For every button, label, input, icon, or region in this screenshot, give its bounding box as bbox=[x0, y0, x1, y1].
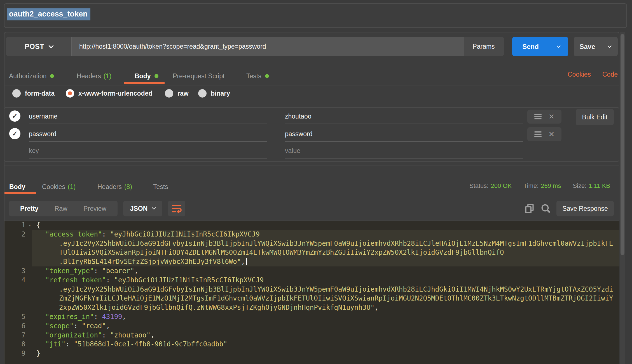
tab-label: Headers bbox=[97, 183, 122, 191]
radio-icon bbox=[12, 89, 21, 98]
row-checkbox[interactable]: ✓ bbox=[9, 128, 20, 139]
line-number: 6 bbox=[4, 322, 32, 331]
body-mode-raw[interactable]: raw bbox=[165, 88, 189, 98]
chevron-down-icon bbox=[152, 206, 156, 210]
view-mode-preview[interactable]: Preview bbox=[83, 205, 106, 212]
code-line: 9} bbox=[4, 349, 619, 358]
tab-label: Tests bbox=[153, 183, 168, 191]
code-line: 1▾{ bbox=[4, 221, 619, 230]
body-mode-form-data[interactable]: form-data bbox=[12, 88, 55, 98]
code-line: .eyJ1c2VyX25hbWUiOiJ6aG91dGFvbyIsInNjb3B… bbox=[4, 285, 619, 294]
copy-icon[interactable] bbox=[524, 203, 535, 214]
body-mode-label: x-www-form-urlencoded bbox=[78, 90, 153, 97]
request-tab-bar bbox=[4, 3, 627, 28]
line-number bbox=[4, 239, 32, 248]
drag-handle-icon[interactable] bbox=[534, 114, 542, 119]
tab-label: Headers bbox=[77, 72, 101, 80]
chevron-down-icon bbox=[557, 44, 561, 48]
view-mode-raw[interactable]: Raw bbox=[55, 205, 67, 212]
radio-icon bbox=[198, 89, 207, 98]
word-wrap-button[interactable] bbox=[168, 201, 185, 216]
save-label: Save bbox=[574, 37, 601, 56]
cookies-link[interactable]: Cookies bbox=[568, 71, 591, 78]
save-button[interactable]: Save bbox=[574, 37, 618, 56]
response-tab-body[interactable]: Body bbox=[9, 181, 25, 192]
params-button[interactable]: Params bbox=[463, 37, 504, 56]
line-number: 1▾ bbox=[4, 221, 32, 230]
response-meta: Status:200 OK Time:269 ms Size:1.11 KB bbox=[453, 182, 610, 190]
tab-label: Cookies bbox=[42, 183, 65, 191]
code-line: 4"refresh_token": "eyJhbGciOiJIUzI1NiIsI… bbox=[4, 276, 619, 285]
tab-pre-request-script[interactable]: Pre-request Script bbox=[173, 70, 224, 82]
code-line-content: ZmZjMGFkYmIiLCJleHAiOjE1MzQ1MjI2MTgsImF1… bbox=[32, 294, 619, 303]
tab-body[interactable]: Body bbox=[135, 70, 158, 82]
delete-row-icon[interactable]: ✕ bbox=[548, 113, 554, 120]
chevron-down-icon bbox=[48, 43, 53, 48]
bulk-edit-button[interactable]: Bulk Edit bbox=[576, 109, 614, 125]
tab-label: Tests bbox=[246, 72, 261, 80]
word-wrap-icon bbox=[171, 203, 182, 214]
line-number: 3 bbox=[4, 266, 32, 276]
body-mode-label: binary bbox=[211, 90, 230, 97]
line-number bbox=[4, 303, 32, 312]
send-button[interactable]: Send bbox=[512, 37, 568, 56]
save-options-dropdown[interactable] bbox=[601, 37, 618, 56]
chevron-down-icon bbox=[607, 44, 611, 48]
code-line-content: 2xpZW50X2lkIjoidGVzdF9jbGllbnQifQ.zNtWWG… bbox=[32, 303, 619, 312]
line-number bbox=[4, 257, 32, 266]
fold-arrow-icon[interactable]: ▾ bbox=[29, 221, 31, 230]
tab-authorization[interactable]: Authorization bbox=[9, 70, 54, 82]
row-checkbox[interactable]: ✓ bbox=[9, 110, 20, 122]
format-dropdown[interactable]: JSON bbox=[123, 201, 162, 216]
line-number: 5 bbox=[4, 312, 32, 322]
code-line-content: "scope": "read", bbox=[32, 322, 619, 331]
tab-label: Authorization bbox=[9, 72, 46, 80]
code-line-content: "access_token": "eyJhbGciOiJIUzI1NiIsInR… bbox=[32, 230, 619, 239]
code-line-content: "organization": "zhoutaoo", bbox=[32, 331, 619, 340]
code-line: 3"token_type": "bearer", bbox=[4, 266, 619, 276]
request-tab-title[interactable]: oauth2_access_token bbox=[7, 8, 90, 20]
radio-icon bbox=[165, 89, 173, 98]
value-field[interactable]: zhoutaoo bbox=[285, 113, 312, 120]
send-options-dropdown[interactable] bbox=[549, 37, 568, 56]
response-tab-cookies[interactable]: Cookies(1) bbox=[42, 181, 76, 192]
tab-headers[interactable]: Headers(1) bbox=[77, 70, 111, 82]
code-line-content: { bbox=[32, 221, 619, 230]
value-field-placeholder[interactable]: value bbox=[285, 147, 300, 155]
code-line: .eyJ1c2VyX25hbWUiOiJ6aG91dGFvbyIsInNjb3B… bbox=[4, 239, 619, 248]
code-line-content: .eyJ1c2VyX25hbWUiOiJ6aG91dGFvbyIsInNjb3B… bbox=[32, 239, 619, 248]
view-mode-pretty[interactable]: Pretty bbox=[20, 205, 38, 212]
tab-tests[interactable]: Tests bbox=[246, 70, 269, 82]
response-body-json[interactable]: 1▾{2"access_token": "eyJhbGciOiJIUzI1NiI… bbox=[4, 220, 619, 364]
search-icon[interactable] bbox=[540, 203, 551, 214]
url-input[interactable]: http://host1:8000/oauth/token?scope=read… bbox=[79, 37, 460, 56]
line-number bbox=[4, 294, 32, 303]
code-line-content: "expires_in": 43199, bbox=[32, 312, 619, 322]
active-response-tab-underline bbox=[4, 192, 36, 194]
method-dropdown[interactable]: POST bbox=[6, 37, 72, 56]
code-line: 2"access_token": "eyJhbGciOiJIUzI1NiIsIn… bbox=[4, 230, 619, 239]
drag-handle-icon[interactable] bbox=[534, 131, 542, 137]
body-mode-binary[interactable]: binary bbox=[198, 88, 230, 98]
key-field-placeholder[interactable]: key bbox=[29, 147, 39, 155]
code-link[interactable]: Code bbox=[602, 71, 618, 78]
tab-label: Pre-request Script bbox=[173, 72, 224, 80]
postman-window: oauth2_access_token POST http://host1:80… bbox=[0, 0, 632, 364]
body-mode-x-www-form-urlencoded[interactable]: x-www-form-urlencoded bbox=[66, 88, 153, 98]
key-field[interactable]: username bbox=[29, 113, 57, 120]
code-line: 8"jti": "51b868d1-0ce1-4fb8-901d-9c7bffc… bbox=[4, 340, 619, 349]
line-number: 7 bbox=[4, 331, 32, 340]
window-scrollbar-thumb[interactable] bbox=[621, 34, 624, 255]
delete-row-icon[interactable]: ✕ bbox=[548, 131, 554, 138]
save-response-button[interactable]: Save Response bbox=[556, 201, 614, 216]
value-field[interactable]: password bbox=[285, 130, 312, 138]
code-line: 6"scope": "read", bbox=[4, 322, 619, 331]
size-badge: Size:1.11 KB bbox=[573, 182, 610, 190]
response-tab-headers[interactable]: Headers(8) bbox=[97, 181, 132, 192]
method-label: POST bbox=[25, 42, 44, 51]
line-number: 4 bbox=[4, 276, 32, 285]
key-field[interactable]: password bbox=[29, 130, 56, 138]
format-label: JSON bbox=[130, 205, 148, 212]
response-tab-tests[interactable]: Tests bbox=[153, 181, 168, 192]
row-actions: ✕ bbox=[527, 110, 561, 124]
